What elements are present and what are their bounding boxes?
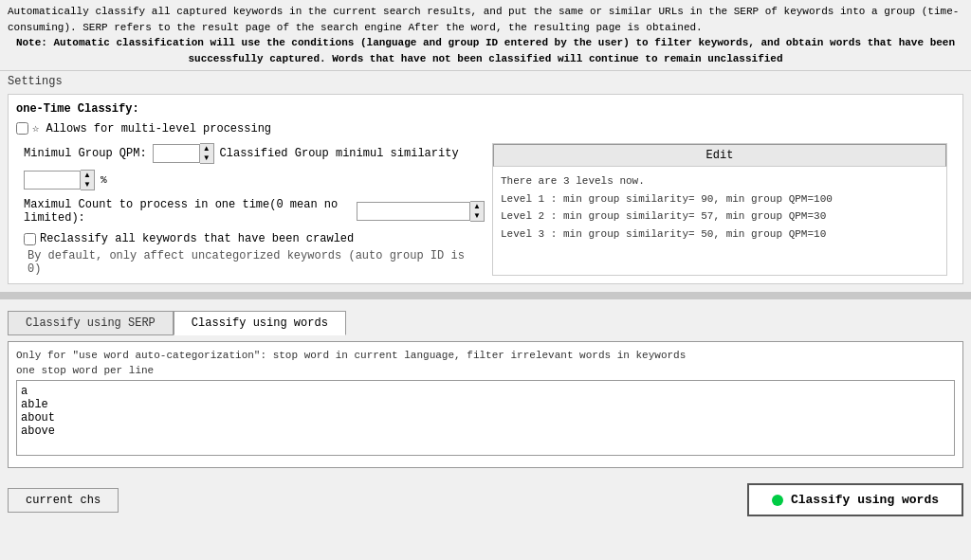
description-line1: Automatically classify all captured keyw… <box>8 4 963 35</box>
divider-bar <box>0 292 971 299</box>
max-count-spinner[interactable]: 50000 ▲ ▼ <box>357 201 485 222</box>
max-count-input[interactable]: 50000 <box>357 202 470 221</box>
note-text: Note: Automatic classification will use … <box>8 35 963 66</box>
tab-content: Only for "use word auto-categorization":… <box>8 341 963 468</box>
top-description: Automatically classify all captured keyw… <box>0 0 971 71</box>
settings-label: Settings <box>0 71 971 90</box>
reclassify-note: By default, only affect uncategorized ke… <box>24 249 485 276</box>
levels-line3: Level 2 : min group similarity= 57, min … <box>501 208 939 226</box>
max-count-row: Maximul Count to process in one time(0 m… <box>24 198 485 225</box>
levels-line2: Level 1 : min group similarity= 90, min … <box>501 190 939 208</box>
current-chs-button[interactable]: current chs <box>8 488 119 513</box>
bottom-section: Classify using SERP Classify using words… <box>0 307 971 478</box>
similarity-down-arrow[interactable]: ▼ <box>81 180 94 190</box>
percent-sign: % <box>101 174 107 186</box>
max-count-label: Maximul Count to process in one time(0 m… <box>24 198 351 225</box>
right-panel: Edit There are 3 levels now. Level 1 : m… <box>492 143 947 276</box>
stop-words-textarea[interactable] <box>16 380 955 456</box>
green-dot-icon <box>772 495 783 506</box>
multi-level-checkbox[interactable] <box>16 122 28 135</box>
similarity-input[interactable]: 40.00 <box>24 171 81 190</box>
main-content: Minimul Group QPM: 0 ▲ ▼ Classified Grou… <box>16 143 955 276</box>
qpm-down-arrow[interactable]: ▼ <box>200 154 213 163</box>
qpm-up-arrow[interactable]: ▲ <box>200 144 213 154</box>
reclassify-checkbox[interactable] <box>24 233 36 245</box>
classify-using-words-button[interactable]: Classify using words <box>747 483 963 516</box>
tabs-row: Classify using SERP Classify using words <box>8 311 963 335</box>
multi-level-row: ☆ Allows for multi-level processing <box>16 121 955 135</box>
one-time-title: one-Time Classify: <box>16 102 955 116</box>
levels-info: There are 3 levels now. Level 1 : min gr… <box>493 167 946 249</box>
levels-line1: There are 3 levels now. <box>501 172 939 190</box>
reclassify-label: Reclassify all keywords that have been c… <box>40 232 354 245</box>
tab-classify-serp[interactable]: Classify using SERP <box>8 311 174 335</box>
tab-description2: one stop word per line <box>16 365 955 376</box>
levels-line4: Level 3 : min group similarity= 50, min … <box>501 226 939 244</box>
tab-classify-words[interactable]: Classify using words <box>174 311 346 335</box>
qpm-spinner[interactable]: 0 ▲ ▼ <box>153 143 214 164</box>
reclassify-row: Reclassify all keywords that have been c… <box>24 232 485 276</box>
similarity-spinner[interactable]: 40.00 ▲ ▼ <box>24 170 95 190</box>
qpm-input[interactable]: 0 <box>153 144 200 163</box>
similarity-label: Classified Group minimul similarity <box>220 147 459 160</box>
max-count-up-arrow[interactable]: ▲ <box>470 202 484 211</box>
tab-description1: Only for "use word auto-categorization":… <box>16 350 955 361</box>
edit-button[interactable]: Edit <box>493 144 946 167</box>
classify-words-label: Classify using words <box>791 493 939 507</box>
bottom-buttons: current chs Classify using words <box>0 478 971 522</box>
one-time-section: one-Time Classify: ☆ Allows for multi-le… <box>8 94 963 284</box>
qpm-label: Minimul Group QPM: <box>24 147 147 160</box>
left-panel: Minimul Group QPM: 0 ▲ ▼ Classified Grou… <box>24 143 485 276</box>
max-count-down-arrow[interactable]: ▼ <box>470 211 484 221</box>
multi-level-label: ☆ Allows for multi-level processing <box>32 121 271 135</box>
similarity-up-arrow[interactable]: ▲ <box>81 171 94 180</box>
qpm-row: Minimul Group QPM: 0 ▲ ▼ Classified Grou… <box>24 143 485 190</box>
